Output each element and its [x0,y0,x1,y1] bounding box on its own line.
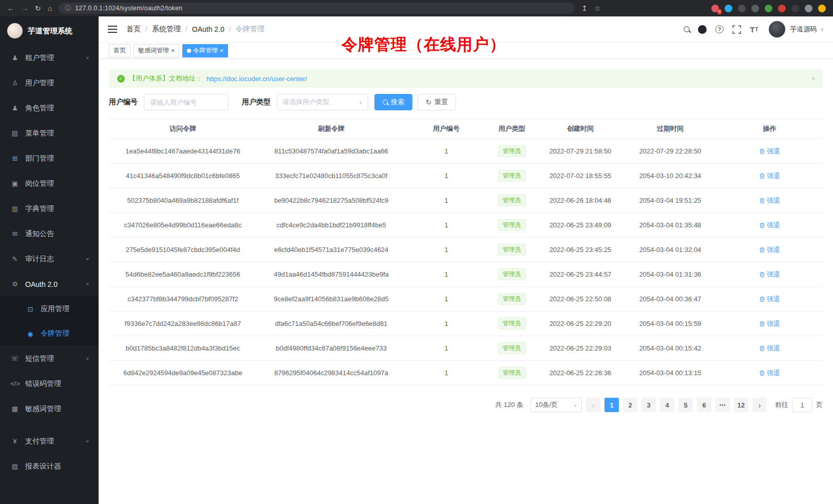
force-logout-button[interactable]: 强退 [759,344,780,353]
force-logout-button[interactable]: 强退 [759,196,780,205]
reload-icon[interactable]: ↻ [35,5,41,12]
sidebar-item[interactable]: ▥ 字典管理 [0,196,99,221]
browser-extension-icon[interactable] [805,5,812,12]
breadcrumb-item[interactable]: OAuth 2.0 [192,25,236,33]
sidebar-item[interactable]: ▣ 岗位管理 [0,171,99,196]
user-id-input[interactable] [144,94,229,110]
sidebar-item[interactable]: ⊞ 部门管理 [0,146,99,171]
search-button[interactable]: 搜索 [374,94,412,110]
breadcrumb-item[interactable]: 首页 [126,25,152,34]
user-avatar[interactable] [769,21,785,37]
back-icon[interactable]: ← [7,5,14,12]
force-logout-label: 强退 [767,196,780,205]
force-logout-button[interactable]: 强退 [759,295,780,304]
font-size-icon[interactable]: TT [750,25,758,34]
force-logout-label: 强退 [767,344,780,353]
browser-extension-icon[interactable] [738,5,746,12]
refresh-token-cell: e6cfd40eb1f54571a31e775e039c4624 [257,246,406,254]
sidebar-item-label: 令牌管理 [41,329,69,338]
sidebar-item[interactable]: ♟ 租户管理 ∨ [0,45,99,70]
refresh-token-cell: 9ce8ef2aa9f14056b831ae9b608e28d5 [257,295,406,303]
access-token-cell: 502375b8040a469a9b82188afdf6af1f [109,197,257,204]
page-button[interactable]: ⋯ [715,398,730,412]
caret-down-icon: ∨ [820,27,824,32]
github-icon[interactable] [698,25,707,34]
sidebar-item[interactable]: ⚙ OAuth 2.0 ∧ [0,272,99,297]
sidebar-item[interactable]: ▦ 敏感词管理 [0,396,99,421]
page-button[interactable]: 6 [697,398,711,412]
sidebar-collapse-icon[interactable] [108,29,117,30]
force-logout-button[interactable]: 强退 [759,171,780,181]
action-cell: 强退 [716,369,823,378]
browser-extension-icon[interactable]: 0 [711,5,719,12]
force-logout-button[interactable]: 强退 [759,147,780,156]
doc-link[interactable]: https://doc.iocoder.cn/user-center/ [206,75,307,83]
view-tab[interactable]: 敏感词管理 × [134,44,179,57]
sidebar-item[interactable]: ☏ 短信管理 ∨ [0,346,99,371]
user-name[interactable]: 芋道源码 [790,25,817,34]
user-type-select[interactable]: 请选择用户类型 ∨ [277,94,368,110]
share-icon[interactable]: ↥ [581,5,588,12]
prev-page-button[interactable]: ‹ [586,398,600,412]
fullscreen-icon[interactable] [732,25,741,34]
close-icon[interactable]: × [220,48,223,54]
search-icon[interactable] [684,27,689,32]
sidebar-item[interactable]: ▧ 报表设计器 [0,454,99,479]
expire-time-cell: 2054-03-04 00:36:47 [624,295,716,303]
sidebar-item[interactable]: ⊡ 应用管理 [0,297,99,321]
reset-button[interactable]: ↻ 重置 [418,94,456,110]
sidebar-item[interactable]: ✎ 审计日志 ∨ [0,246,99,272]
browser-extension-icon[interactable] [765,5,772,12]
info-icon[interactable]: ⓘ [65,4,71,13]
goto-page-input[interactable] [792,398,812,412]
breadcrumb-item[interactable]: 系统管理 [152,25,192,34]
sidebar-item[interactable]: ▤ 菜单管理 [0,121,99,146]
sidebar-item[interactable]: ♟ 角色管理 [0,95,99,121]
page-size-select[interactable]: 10条/页 ∨ [531,398,582,412]
alert-close-icon[interactable]: × [811,74,816,83]
breadcrumb: 首页 系统管理 OAuth 2.0 令牌管理 [126,25,264,34]
sidebar-item-label: 审计日志 [25,255,54,264]
force-logout-button[interactable]: 强退 [759,270,780,279]
page-button[interactable]: 12 [734,398,748,412]
breadcrumb-item[interactable]: 令牌管理 [236,25,264,34]
home-icon[interactable]: ⌂ [48,5,52,12]
sidebar-item[interactable]: ¥ 支付管理 ∨ [0,429,99,454]
force-logout-button[interactable]: 强退 [759,221,780,230]
extension-badge: 0 [717,9,722,14]
sidebar-item[interactable]: </> 错误码管理 [0,371,99,396]
page-button[interactable]: 1 [604,398,619,412]
help-icon[interactable]: ? [715,25,724,33]
close-icon[interactable]: × [171,48,175,54]
page-button[interactable]: 3 [641,398,656,412]
browser-extension-icon[interactable] [725,5,732,12]
sidebar-item[interactable]: ✉ 通知公告 [0,221,99,246]
table-header: 访问令牌 刷新令牌 用户编号 用户类型 创建时间 过期时间 操作 [109,119,823,139]
access-token-cell: 6d842e2924594de9a09e45e087323abe [109,369,257,377]
view-tab[interactable]: 首页 × [109,44,130,57]
force-logout-button[interactable]: 强退 [759,369,780,378]
sidebar-item-icon: ☏ [10,355,20,362]
user-type-badge: 管理员 [498,244,526,255]
view-tab[interactable]: 令牌管理 × [182,44,228,57]
user-type-cell: 管理员 [487,195,537,206]
user-type-cell: 管理员 [487,170,537,181]
force-logout-button[interactable]: 强退 [759,245,780,255]
browser-extension-icon[interactable] [778,5,786,12]
forward-icon[interactable]: → [21,5,28,12]
table-row: b0d1785bc3a8482f812db4a3f3bd15ec b0df498… [109,336,823,361]
browser-extension-icon[interactable] [751,5,759,12]
sidebar-item[interactable]: ◉ 令牌管理 [0,321,99,346]
next-page-button[interactable]: › [752,398,767,412]
success-check-icon: ✓ [117,75,125,83]
bookmark-star-icon[interactable]: ☆ [594,5,601,12]
page-button[interactable]: 5 [678,398,693,412]
force-logout-button[interactable]: 强退 [759,319,780,328]
address-bar[interactable]: ⓘ 127.0.0.1:1024/system/oauth2/token [59,3,575,14]
page-button[interactable]: 4 [660,398,674,412]
sidebar-item[interactable]: ♙ 用户管理 [0,70,99,95]
browser-extension-icon[interactable] [791,5,799,12]
tab-label: 敏感词管理 [138,46,169,55]
browser-extension-icon[interactable] [818,5,826,12]
page-button[interactable]: 2 [623,398,637,412]
